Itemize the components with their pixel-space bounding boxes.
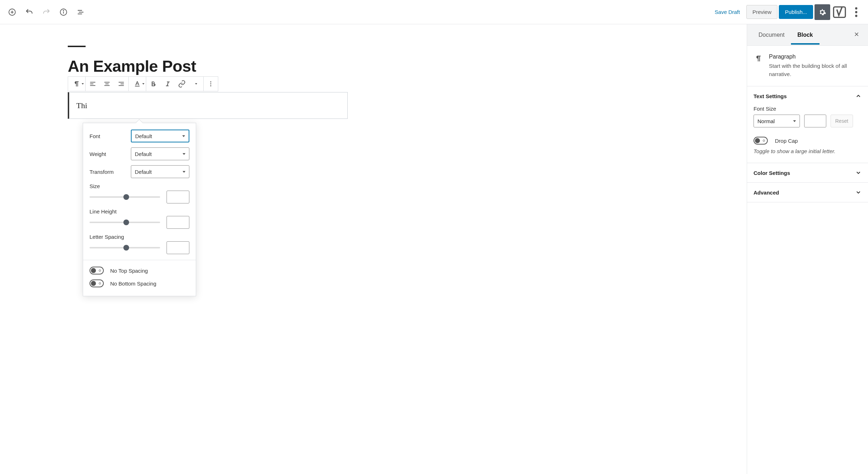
svg-point-11 — [855, 11, 857, 13]
slider-thumb[interactable] — [123, 220, 129, 225]
plus-circle-icon — [8, 8, 16, 16]
more-menu-button[interactable] — [849, 4, 864, 20]
align-center-button[interactable] — [100, 77, 114, 91]
drop-cap-toggle[interactable] — [754, 137, 768, 145]
link-icon — [178, 80, 186, 88]
panel-title: Advanced — [754, 190, 779, 196]
add-block-button[interactable] — [4, 4, 20, 20]
text-settings-header[interactable]: Text Settings — [747, 86, 868, 106]
size-input[interactable] — [167, 191, 189, 203]
line-height-label: Line Height — [90, 208, 189, 215]
close-icon — [853, 31, 860, 37]
text-color-icon — [133, 80, 141, 88]
redo-button[interactable] — [39, 4, 54, 20]
chevron-down-icon — [855, 189, 862, 196]
letter-spacing-slider[interactable] — [90, 247, 160, 248]
letter-spacing-label: Letter Spacing — [90, 234, 189, 240]
toolbar-right: Save Draft Preview Publish... — [710, 4, 864, 20]
link-button[interactable] — [175, 77, 189, 91]
block-toolbar — [68, 76, 218, 91]
bold-button[interactable] — [146, 77, 160, 91]
redo-icon — [42, 8, 51, 16]
close-sidebar-button[interactable] — [850, 29, 863, 41]
reset-button[interactable]: Reset — [831, 115, 853, 127]
yoast-button[interactable] — [832, 4, 847, 20]
chevron-down-icon — [142, 83, 144, 85]
block-info: Paragraph Start with the building block … — [747, 46, 868, 86]
panel-title: Text Settings — [754, 93, 787, 99]
content-info-button[interactable] — [56, 4, 71, 20]
block-info-description: Start with the building block of all nar… — [769, 62, 862, 78]
color-settings-header[interactable]: Color Settings — [747, 163, 868, 182]
divider — [83, 260, 196, 260]
weight-select[interactable]: Default — [131, 147, 189, 160]
block-info-title: Paragraph — [769, 54, 862, 60]
chevron-down-icon — [82, 83, 84, 85]
svg-point-12 — [855, 15, 857, 17]
letter-spacing-input[interactable] — [167, 241, 189, 254]
align-right-button[interactable] — [114, 77, 128, 91]
undo-button[interactable] — [21, 4, 37, 20]
align-left-icon — [89, 80, 97, 88]
publish-button[interactable]: Publish... — [779, 5, 813, 19]
more-vertical-icon — [849, 5, 864, 20]
svg-point-23 — [210, 81, 211, 82]
tab-document[interactable]: Document — [752, 25, 791, 45]
chevron-up-icon — [855, 93, 862, 99]
settings-sidebar: Document Block Paragraph Start with the … — [747, 24, 868, 474]
text-color-button[interactable] — [129, 77, 146, 91]
outline-icon — [76, 8, 85, 16]
block-type-button[interactable] — [68, 77, 85, 91]
panel-title: Color Settings — [754, 170, 790, 176]
toolbar-left — [4, 4, 88, 20]
size-slider[interactable] — [90, 196, 160, 198]
line-height-input[interactable] — [167, 216, 189, 229]
advanced-header[interactable]: Advanced — [747, 183, 868, 202]
slider-thumb[interactable] — [123, 245, 129, 251]
more-formatting-button[interactable] — [189, 77, 203, 91]
italic-icon — [164, 80, 172, 88]
no-bottom-spacing-label: No Bottom Spacing — [110, 281, 156, 287]
slider-thumb[interactable] — [123, 194, 129, 200]
bold-icon — [149, 80, 157, 88]
font-select[interactable]: Default — [131, 130, 189, 142]
sidebar-tabs: Document Block — [747, 24, 868, 46]
font-size-label: Font Size — [754, 106, 862, 112]
no-bottom-spacing-toggle[interactable] — [90, 279, 104, 287]
svg-point-24 — [210, 84, 211, 85]
chevron-down-icon — [183, 153, 185, 155]
transform-select[interactable]: Default — [131, 165, 189, 178]
paragraph-block[interactable]: Thi — [68, 92, 348, 119]
drop-cap-hint: Toggle to show a large initial letter. — [754, 148, 862, 154]
top-toolbar: Save Draft Preview Publish... — [0, 0, 868, 24]
align-center-icon — [103, 80, 111, 88]
undo-icon — [25, 8, 34, 16]
main-area: An Example Post — [0, 24, 868, 474]
color-settings-panel: Color Settings — [747, 163, 868, 183]
italic-button[interactable] — [160, 77, 175, 91]
save-draft-button[interactable]: Save Draft — [710, 5, 745, 19]
block-navigation-button[interactable] — [73, 4, 88, 20]
tab-block[interactable]: Block — [791, 25, 820, 45]
line-height-slider[interactable] — [90, 222, 160, 223]
gear-icon — [818, 8, 826, 16]
chevron-down-icon — [183, 171, 185, 173]
paragraph-icon — [73, 80, 81, 88]
align-left-button[interactable] — [86, 77, 100, 91]
paragraph-icon — [754, 54, 763, 78]
svg-rect-22 — [135, 86, 140, 87]
text-settings-panel: Text Settings Font Size Normal Reset Dro… — [747, 86, 868, 163]
font-size-select[interactable]: Normal — [754, 115, 800, 127]
info-circle-icon — [59, 8, 68, 16]
more-vertical-icon — [207, 80, 215, 88]
chevron-down-icon — [195, 83, 197, 85]
preview-button[interactable]: Preview — [746, 5, 777, 19]
no-top-spacing-toggle[interactable] — [90, 267, 104, 274]
font-size-value: Normal — [757, 118, 775, 124]
font-size-input[interactable] — [804, 115, 826, 127]
no-top-spacing-label: No Top Spacing — [110, 268, 148, 274]
post-title[interactable]: An Example Post — [68, 57, 346, 76]
block-more-button[interactable] — [204, 77, 218, 91]
transform-label: Transform — [90, 169, 131, 175]
settings-toggle-button[interactable] — [815, 4, 830, 20]
